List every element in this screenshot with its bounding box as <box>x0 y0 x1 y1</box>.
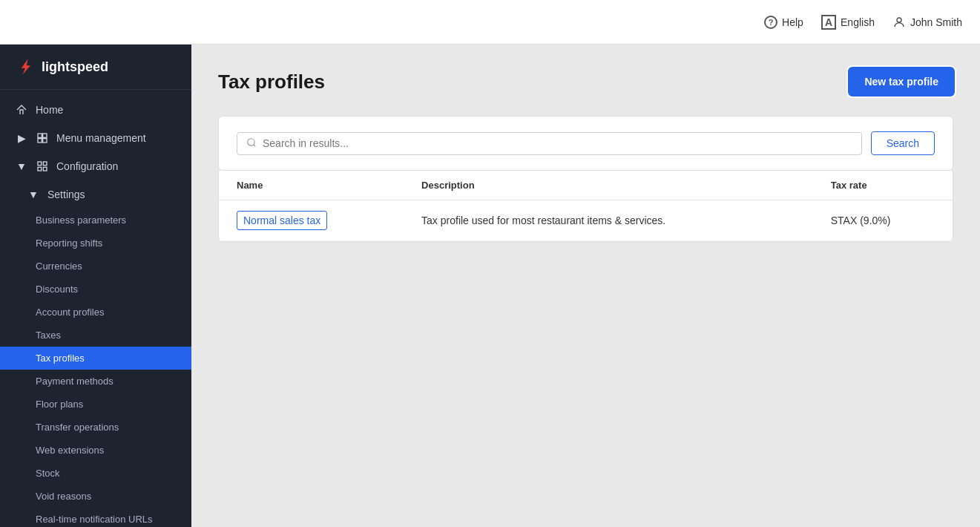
search-input[interactable] <box>263 137 852 149</box>
sidebar-item-stock[interactable]: Stock <box>0 462 191 485</box>
logo-icon <box>15 56 36 77</box>
new-tax-profile-button[interactable]: New tax profile <box>849 68 953 95</box>
sidebar-item-business-parameters-label: Business parameters <box>36 215 126 226</box>
page-title: Tax profiles <box>218 71 325 94</box>
svg-point-9 <box>248 138 254 145</box>
sidebar-item-discounts[interactable]: Discounts <box>0 278 191 301</box>
sidebar-item-transfer-operations-label: Transfer operations <box>36 422 119 433</box>
menu-management-icon2 <box>36 131 49 145</box>
svg-rect-6 <box>43 162 47 166</box>
sidebar-logo: lightspeed <box>0 45 191 90</box>
user-icon <box>892 16 906 29</box>
svg-rect-2 <box>43 134 47 137</box>
help-action[interactable]: ? Help <box>764 16 803 29</box>
table-wrap: Name Description Tax rate Normal sales t… <box>218 171 953 242</box>
user-action[interactable]: John Smith <box>892 16 962 29</box>
sidebar-nav: Home ▶ Menu management ▼ <box>0 90 191 527</box>
sidebar-item-settings[interactable]: ▼ Settings <box>0 180 191 209</box>
sidebar-item-currencies[interactable]: Currencies <box>0 255 191 278</box>
sidebar-item-account-profiles-label: Account profiles <box>36 307 105 318</box>
svg-rect-1 <box>38 134 42 137</box>
col-header-description: Description <box>404 171 813 200</box>
col-header-tax-rate: Tax rate <box>813 171 953 200</box>
topbar-actions: ? Help A English John Smith <box>764 15 962 30</box>
sidebar-item-discounts-label: Discounts <box>36 284 78 295</box>
sidebar-item-stock-label: Stock <box>36 468 60 479</box>
svg-rect-8 <box>43 167 47 171</box>
sidebar-item-floor-plans[interactable]: Floor plans <box>0 393 191 416</box>
menu-management-icon: ▶ <box>15 131 28 145</box>
sidebar-item-settings-label: Settings <box>47 189 85 200</box>
tax-profile-name-link[interactable]: Normal sales tax <box>237 211 327 230</box>
sidebar-item-reporting-shifts[interactable]: Reporting shifts <box>0 232 191 255</box>
sidebar-item-menu-management-label: Menu management <box>56 132 146 144</box>
sidebar-item-tax-profiles[interactable]: Tax profiles <box>0 347 191 370</box>
table-cell-tax-rate: STAX (9.0%) <box>813 200 953 241</box>
home-icon <box>15 103 28 117</box>
sidebar-item-configuration-label: Configuration <box>56 160 118 172</box>
table-cell-name[interactable]: Normal sales tax <box>219 200 404 241</box>
sidebar-item-web-extensions[interactable]: Web extensions <box>0 439 191 462</box>
sidebar-item-currencies-label: Currencies <box>36 261 82 272</box>
svg-point-0 <box>897 18 901 22</box>
table-cell-description: Tax profile used for most restaurant ite… <box>404 200 813 241</box>
sidebar-item-floor-plans-label: Floor plans <box>36 399 83 410</box>
table-row: Normal sales tax Tax profile used for mo… <box>219 200 953 241</box>
search-input-wrap <box>237 132 862 155</box>
sidebar-item-real-time-notification-urls-label: Real-time notification URLs <box>36 514 153 525</box>
sidebar-item-home[interactable]: Home <box>0 96 191 124</box>
configuration-chevron: ▼ <box>15 160 28 173</box>
sidebar-item-configuration[interactable]: ▼ Configuration <box>0 152 191 180</box>
sidebar-item-real-time-notification-urls[interactable]: Real-time notification URLs <box>0 508 191 527</box>
sidebar-item-taxes-label: Taxes <box>36 330 61 341</box>
search-container: Search <box>218 116 953 171</box>
sidebar-item-home-label: Home <box>36 104 63 116</box>
language-action[interactable]: A English <box>821 15 875 30</box>
sidebar-item-void-reasons-label: Void reasons <box>36 491 91 502</box>
help-icon: ? <box>764 16 777 29</box>
sidebar-item-void-reasons[interactable]: Void reasons <box>0 485 191 508</box>
sidebar-item-business-parameters[interactable]: Business parameters <box>0 209 191 232</box>
configuration-icon <box>36 160 49 173</box>
sidebar-item-taxes[interactable]: Taxes <box>0 324 191 347</box>
language-icon: A <box>821 15 836 30</box>
sidebar-item-reporting-shifts-label: Reporting shifts <box>36 238 102 249</box>
svg-rect-7 <box>38 167 42 171</box>
sidebar-item-web-extensions-label: Web extensions <box>36 445 104 456</box>
search-icon <box>246 137 257 150</box>
col-header-name: Name <box>219 171 404 200</box>
sidebar-item-payment-methods-label: Payment methods <box>36 376 114 387</box>
search-button[interactable]: Search <box>871 131 935 155</box>
svg-line-10 <box>254 144 256 146</box>
sidebar: lightspeed Home ▶ <box>0 45 191 527</box>
logo-text: lightspeed <box>42 59 108 75</box>
svg-rect-5 <box>38 162 42 166</box>
sidebar-item-tax-profiles-label: Tax profiles <box>36 353 85 364</box>
sidebar-item-transfer-operations[interactable]: Transfer operations <box>0 416 191 439</box>
page-header: Tax profiles New tax profile <box>218 68 953 95</box>
language-label: English <box>841 16 875 28</box>
topbar: ? Help A English John Smith <box>0 0 980 45</box>
sidebar-item-menu-management[interactable]: ▶ Menu management <box>0 124 191 152</box>
sidebar-item-payment-methods[interactable]: Payment methods <box>0 370 191 393</box>
help-label: Help <box>782 16 803 28</box>
svg-rect-3 <box>38 139 42 143</box>
main-layout: lightspeed Home ▶ <box>0 45 980 527</box>
svg-rect-4 <box>43 139 47 143</box>
content-area: Tax profiles New tax profile Search Name <box>191 45 980 527</box>
settings-chevron: ▼ <box>27 188 40 201</box>
user-label: John Smith <box>910 16 962 28</box>
sidebar-item-account-profiles[interactable]: Account profiles <box>0 301 191 324</box>
tax-profiles-table: Name Description Tax rate Normal sales t… <box>219 171 953 241</box>
